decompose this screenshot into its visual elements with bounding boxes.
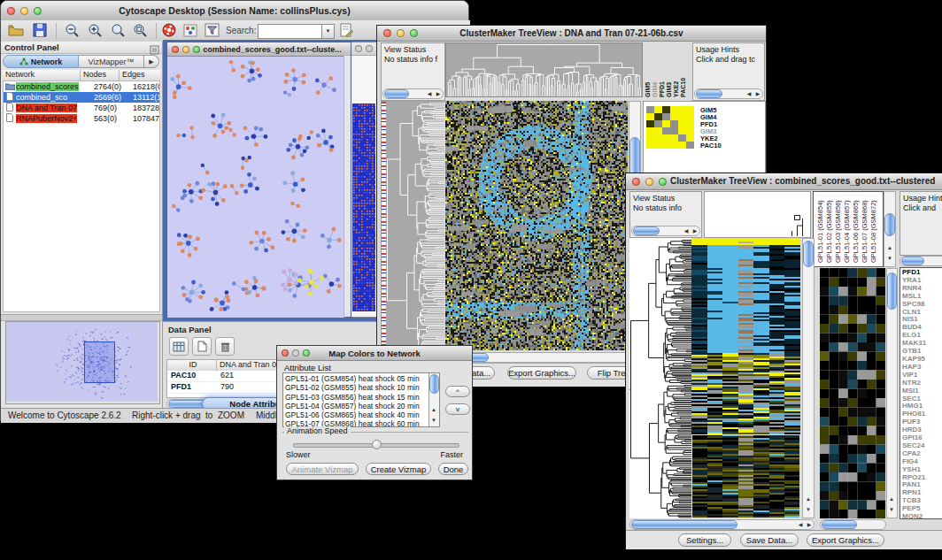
attribute-list-item[interactable]: GPL51-01 (GSM854) heat shock 05 min — [285, 374, 439, 383]
scroll-up-icon[interactable]: ▲ — [804, 495, 813, 503]
close-icon[interactable] — [355, 45, 362, 52]
main-titlebar[interactable]: Cytoscape Desktop (Session Name: collins… — [1, 1, 468, 21]
birdseye-icon[interactable] — [183, 24, 197, 41]
scroll-left-icon[interactable]: ◀ — [796, 520, 805, 529]
close-icon[interactable] — [282, 349, 289, 357]
minimize-icon[interactable] — [397, 29, 405, 37]
zoom-in-icon[interactable] — [88, 23, 104, 42]
dialog-titlebar[interactable]: Map Colors to Network — [277, 346, 472, 361]
scroll-right-icon[interactable]: ▶ — [805, 520, 814, 529]
minimize-icon[interactable] — [366, 45, 373, 52]
close-icon[interactable] — [632, 178, 640, 186]
zoom-window-icon[interactable] — [659, 178, 667, 186]
network-list-item[interactable]: combined_scores2764(0)16218(0) — [4, 81, 159, 92]
scroll-up-icon[interactable]: ▲ — [887, 495, 896, 503]
network-vertical-scrollbar[interactable] — [344, 56, 351, 317]
attribute-select-button[interactable] — [169, 337, 189, 356]
zoom-heatmap-canvas[interactable] — [646, 106, 694, 149]
view-status-scrollbar[interactable]: ◀ ▶ — [631, 226, 700, 236]
attribute-list-scrollbar[interactable]: ▲ ▼ — [429, 373, 439, 426]
settings-button[interactable]: Settings... — [678, 533, 731, 547]
zoom-window-icon[interactable] — [193, 46, 200, 53]
scroll-up-icon[interactable]: ▲ — [429, 405, 438, 414]
zoom-fit-icon[interactable] — [133, 23, 149, 42]
treeview2-titlebar[interactable]: ClusterMaker TreeView : combined_scores_… — [626, 173, 942, 190]
zoom-window-icon[interactable] — [410, 29, 418, 37]
network-list-item[interactable]: DNA and Tran 07769(0)183728(0) — [4, 103, 159, 113]
scroll-down-icon[interactable]: ▼ — [885, 254, 894, 263]
labels-vertical-scrollbar[interactable]: ▲ ▼ — [884, 191, 896, 267]
scroll-down-icon[interactable]: ▼ — [429, 416, 438, 425]
main-heatmap-canvas[interactable] — [691, 238, 800, 518]
network-view-canvas[interactable] — [167, 57, 344, 318]
window-controls[interactable] — [7, 1, 42, 20]
attribute-list-item[interactable]: GPL51-06 (GSM865) heat shock 40 min — [285, 410, 439, 419]
open-icon[interactable] — [8, 23, 24, 41]
minimize-icon[interactable] — [182, 46, 189, 53]
column-dendrogram-area[interactable] — [704, 191, 811, 238]
close-icon[interactable] — [383, 29, 391, 37]
zoom-selected-icon[interactable] — [111, 23, 127, 42]
scroll-left-icon[interactable]: ◀ — [425, 89, 434, 98]
id-column-header[interactable]: ID — [167, 360, 217, 371]
export-graphics-button[interactable]: Export Graphics... — [807, 533, 884, 547]
zoom-window-icon[interactable] — [303, 349, 310, 357]
zoom-heatmap-canvas[interactable] — [820, 268, 885, 518]
network-overview[interactable] — [5, 321, 160, 404]
scroll-down-icon[interactable]: ▼ — [887, 505, 896, 514]
row-dendrogram-canvas[interactable] — [386, 101, 444, 350]
minimize-icon[interactable] — [292, 349, 299, 357]
scroll-down-icon[interactable]: ▼ — [804, 505, 813, 514]
dense-network-canvas[interactable] — [352, 104, 375, 311]
network-list-item[interactable]: combined_sco2569(6)13112(15) — [4, 92, 159, 103]
attribute-list[interactable]: GPL51-01 (GSM854) heat shock 05 minGPL51… — [282, 372, 440, 427]
save-data-button[interactable]: Save Data... — [740, 533, 799, 547]
network-table-header[interactable]: Network Nodes Edges — [3, 70, 160, 81]
view-status-scrollbar[interactable]: ◀ ▶ — [382, 88, 444, 99]
search-dropdown-icon[interactable]: ▼ — [321, 24, 335, 39]
slider-thumb[interactable] — [372, 440, 382, 449]
zoom-vertical-scrollbar[interactable]: ▲ ▼ — [886, 268, 898, 518]
attribute-list-item[interactable]: GPL51-02 (GSM855) heat shock 10 min — [285, 383, 439, 392]
help-ring-icon[interactable] — [162, 23, 177, 42]
zoom-out-icon[interactable] — [65, 23, 81, 42]
search-input[interactable] — [258, 24, 323, 39]
scroll-right-icon[interactable]: ▶ — [434, 89, 443, 98]
attribute-list-item[interactable]: GPL51-04 (GSM857) heat shock 20 min — [285, 402, 439, 410]
network-list-item[interactable]: RNAPuberNov2+563(0)107847(0) — [4, 113, 159, 124]
move-up-button[interactable]: ^ — [445, 386, 470, 397]
global-heatmap-canvas[interactable] — [445, 101, 628, 350]
scroll-up-icon[interactable]: ▲ — [885, 243, 894, 252]
close-icon[interactable] — [172, 46, 179, 53]
tab-network[interactable]: Network — [3, 55, 79, 68]
zoom-window-icon[interactable] — [34, 7, 42, 15]
new-attribute-button[interactable] — [192, 337, 212, 356]
tab-overflow-icon[interactable]: ▶ — [144, 55, 159, 68]
treeview1-titlebar[interactable]: ClusterMaker TreeView : DNA and Tran 07-… — [377, 26, 766, 42]
zoom-horizontal-scrollbar[interactable] — [820, 519, 886, 530]
move-down-button[interactable]: v — [445, 403, 470, 415]
animation-speed-slider[interactable] — [293, 443, 459, 448]
tab-vizmapper[interactable]: VizMapper™ — [79, 55, 144, 68]
scroll-right-icon[interactable]: ▶ — [691, 226, 699, 235]
network-view-frame[interactable]: combined_scores_good.txt--cluste... — [166, 42, 351, 318]
network-list[interactable]: combined_scores2764(0)16218(0)combined_s… — [3, 81, 160, 312]
animate-vizmap-button[interactable]: Animate Vizmap — [286, 463, 359, 475]
heatmap-vertical-scrollbar[interactable]: ▲ ▼ — [802, 238, 815, 518]
minimize-icon[interactable] — [645, 178, 653, 186]
done-button[interactable]: Done — [438, 463, 468, 475]
scroll-left-icon[interactable]: ◀ — [745, 89, 753, 98]
annotation-icon[interactable] — [339, 23, 353, 42]
main-horizontal-scrollbar[interactable]: ◀ ▶ — [629, 519, 815, 530]
filter-icon[interactable] — [205, 23, 220, 42]
scroll-left-icon[interactable]: ◀ — [682, 226, 691, 235]
delete-attribute-button[interactable] — [215, 337, 235, 356]
export-graphics-button[interactable]: Export Graphics... — [507, 366, 576, 380]
column-dendrogram-canvas[interactable] — [445, 42, 643, 97]
usage-hints-scrollbar[interactable]: ◀ ▶ — [900, 256, 942, 266]
create-vizmap-button[interactable]: Create Vizmap — [366, 463, 431, 475]
row-dendrogram-canvas[interactable] — [629, 238, 691, 518]
minimize-icon[interactable] — [20, 7, 28, 15]
network-overview-canvas[interactable] — [6, 322, 158, 402]
usage-hints-scrollbar[interactable]: ◀ ▶ — [694, 88, 763, 99]
